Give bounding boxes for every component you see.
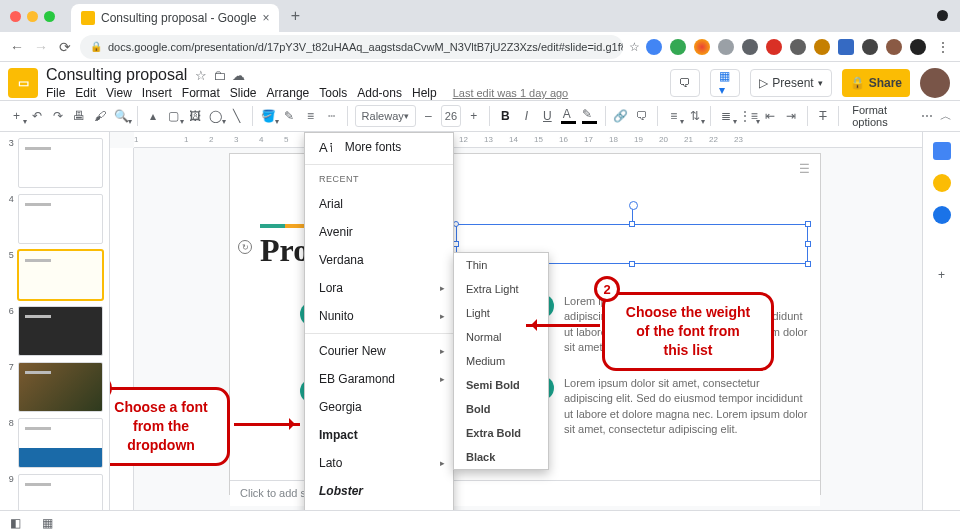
extension-icon[interactable] — [694, 39, 710, 55]
bullet-point-4[interactable]: 4 Lorem ipsum dolor sit amet, consectetu… — [530, 376, 810, 438]
menu-slide[interactable]: Slide — [230, 86, 257, 100]
slide-thumbnail[interactable] — [18, 194, 103, 244]
italic-button[interactable]: I — [518, 104, 535, 128]
calendar-addon-icon[interactable] — [933, 142, 951, 160]
slide-thumbnail[interactable] — [18, 250, 103, 300]
comment-history-button[interactable]: 🗨 — [670, 69, 700, 97]
rotation-handle[interactable] — [632, 207, 633, 221]
indent-increase-button[interactable]: ⇥ — [783, 104, 800, 128]
text-color-button[interactable]: A — [560, 104, 577, 128]
weight-item-bold[interactable]: Bold — [454, 397, 548, 421]
font-item-georgia[interactable]: Georgia — [305, 393, 453, 421]
share-button[interactable]: 🔒Share — [842, 69, 910, 97]
font-item-eb-garamond[interactable]: EB Garamond▸ — [305, 365, 453, 393]
print-button[interactable]: 🖶 — [71, 104, 88, 128]
new-slide-button[interactable]: + — [8, 104, 25, 128]
numbered-list-button[interactable]: ≣ — [718, 104, 735, 128]
insert-link-button[interactable]: 🔗 — [612, 104, 629, 128]
font-item-lora[interactable]: Lora▸ — [305, 505, 453, 510]
highlight-color-button[interactable]: ✎ — [581, 104, 598, 128]
menu-file[interactable]: File — [46, 86, 65, 100]
undo-button[interactable]: ↶ — [29, 104, 46, 128]
add-addon-icon[interactable]: + — [933, 266, 951, 284]
window-maximize-icon[interactable] — [44, 11, 55, 22]
font-item-lora[interactable]: Lora▸ — [305, 274, 453, 302]
resize-handle[interactable] — [805, 221, 811, 227]
extension-icon[interactable] — [742, 39, 758, 55]
slide-thumbnail[interactable] — [18, 418, 103, 468]
extension-icon[interactable] — [646, 39, 662, 55]
fill-color-button[interactable]: 🪣 — [260, 104, 277, 128]
present-button[interactable]: ▷Present▾ — [750, 69, 831, 97]
extension-icon[interactable] — [886, 39, 902, 55]
align-button[interactable]: ≡ — [665, 104, 682, 128]
nav-back-icon[interactable]: ← — [8, 38, 26, 56]
zoom-button[interactable]: 🔍 — [113, 104, 130, 128]
extension-icon[interactable] — [670, 39, 686, 55]
line-button[interactable]: ╲ — [228, 104, 245, 128]
menu-add-ons[interactable]: Add-ons — [357, 86, 402, 100]
font-weight-submenu[interactable]: ThinExtra LightLightNormalMediumSemi Bol… — [453, 252, 549, 470]
image-button[interactable]: 🖼 — [186, 104, 203, 128]
weight-item-extra-light[interactable]: Extra Light — [454, 277, 548, 301]
font-item-verdana[interactable]: Verdana — [305, 246, 453, 274]
window-close-icon[interactable] — [10, 11, 21, 22]
redo-button[interactable]: ↷ — [50, 104, 67, 128]
border-color-button[interactable]: ✎ — [281, 104, 298, 128]
select-tool-button[interactable]: ▴ — [144, 104, 161, 128]
font-item-arial[interactable]: Arial — [305, 190, 453, 218]
resize-handle[interactable] — [629, 221, 635, 227]
extension-icon[interactable] — [814, 39, 830, 55]
weight-item-medium[interactable]: Medium — [454, 349, 548, 373]
bold-button[interactable]: B — [497, 104, 514, 128]
slide-menu-icon[interactable]: ☰ — [799, 162, 810, 176]
bulleted-list-button[interactable]: ⋮≡ — [739, 104, 758, 128]
extension-icon[interactable] — [862, 39, 878, 55]
font-item-nunito[interactable]: Nunito▸ — [305, 302, 453, 330]
nav-reload-icon[interactable]: ⟳ — [56, 38, 74, 56]
resize-handle[interactable] — [629, 261, 635, 267]
profile-indicator-icon[interactable] — [937, 10, 948, 21]
browser-tab[interactable]: Consulting proposal - Google × — [71, 4, 279, 32]
border-weight-button[interactable]: ≡ — [302, 104, 319, 128]
font-item-lobster[interactable]: Lobster — [305, 477, 453, 505]
font-size-input[interactable]: 26 — [441, 105, 462, 127]
slide-thumbnail[interactable] — [18, 306, 103, 356]
grid-view-icon[interactable]: ▦ — [42, 516, 58, 528]
slideshow-dropdown-button[interactable]: ▦ ▾ — [710, 69, 740, 97]
font-select[interactable]: Raleway ▾ — [355, 105, 416, 127]
menu-insert[interactable]: Insert — [142, 86, 172, 100]
explore-icon[interactable]: ◧ — [10, 516, 26, 528]
clear-formatting-button[interactable]: T — [814, 104, 831, 128]
weight-item-thin[interactable]: Thin — [454, 253, 548, 277]
slide-thumbnail-panel[interactable]: 3456789 — [0, 132, 110, 510]
window-minimize-icon[interactable] — [27, 11, 38, 22]
menu-arrange[interactable]: Arrange — [267, 86, 310, 100]
menu-help[interactable]: Help — [412, 86, 437, 100]
resize-handle[interactable] — [805, 261, 811, 267]
line-spacing-button[interactable]: ⇅ — [686, 104, 703, 128]
account-avatar[interactable] — [920, 68, 950, 98]
weight-item-semi-bold[interactable]: Semi Bold — [454, 373, 548, 397]
extension-icon[interactable] — [766, 39, 782, 55]
move-icon[interactable]: 🗀 — [213, 68, 226, 83]
collapse-toolbar-icon[interactable]: ︿ — [940, 108, 952, 125]
tasks-addon-icon[interactable] — [933, 206, 951, 224]
border-dash-button[interactable]: ┄ — [323, 104, 340, 128]
bookmark-star-icon[interactable]: ☆ — [629, 40, 640, 54]
keep-addon-icon[interactable] — [933, 174, 951, 192]
format-options-button[interactable]: Format options — [846, 104, 915, 128]
more-fonts-item[interactable]: A༐ More fonts — [305, 133, 453, 161]
menu-format[interactable]: Format — [182, 86, 220, 100]
indent-decrease-button[interactable]: ⇤ — [762, 104, 779, 128]
paint-format-button[interactable]: 🖌 — [92, 104, 109, 128]
font-item-lato[interactable]: Lato▸ — [305, 449, 453, 477]
tab-close-icon[interactable]: × — [262, 11, 269, 25]
font-item-avenir[interactable]: Avenir — [305, 218, 453, 246]
font-dropdown-menu[interactable]: A༐ More fonts RECENT ArialAvenirVerdanaL… — [304, 132, 454, 510]
slide-thumbnail[interactable] — [18, 362, 103, 412]
menu-tools[interactable]: Tools — [319, 86, 347, 100]
insert-comment-button[interactable]: 🗨 — [633, 104, 650, 128]
browser-menu-icon[interactable]: ⋮ — [934, 38, 952, 56]
slide-thumbnail[interactable] — [18, 138, 103, 188]
